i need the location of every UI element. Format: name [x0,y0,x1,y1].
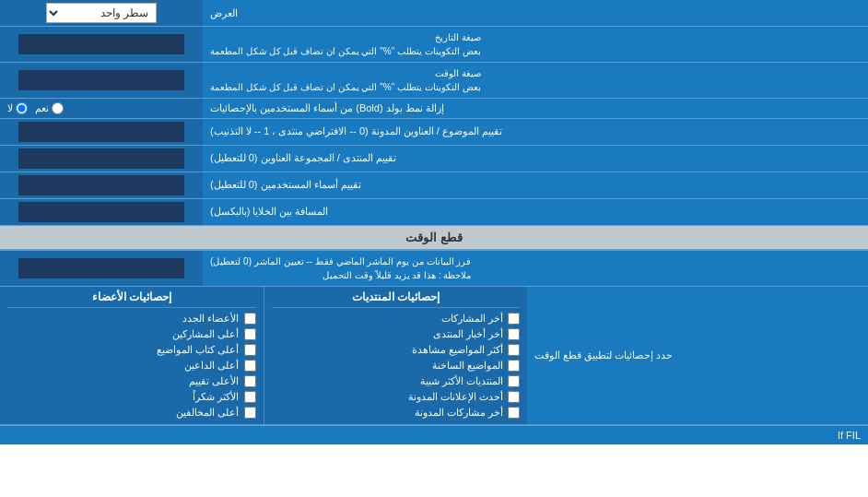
stats-members-item-5: الأكثر شكراً [7,389,256,405]
stats-posts-checkbox-2[interactable] [508,344,520,356]
cutoff-days-input-cell: 0 [0,251,203,286]
date-format-label: صيغة التاريخ بعض التكوينات يتطلب "%" الت… [203,27,868,62]
distance-row: المسافة بين الخلايا (بالبكسل) 2 [0,199,868,226]
stats-members-item-label-0: الأعضاء الجدد [182,313,239,325]
users-sort-label: تقييم أسماء المستخدمين (0 للتعطيل) [203,172,868,198]
topics-sort-input-cell: 33 [0,119,203,145]
cutoff-header: قطع الوقت [0,226,868,250]
forum-sort-input[interactable]: 33 [18,148,184,169]
stats-posts-checkbox-4[interactable] [508,375,520,387]
forum-sort-row: تقييم المنتدى / المجموعة العناوين (0 للت… [0,146,868,172]
main-container: العرض سطر واحد سطرين ثلاثة أسطر صيغة الت… [0,0,868,444]
time-format-label: صيغة الوقت بعض التكوينات يتطلب "%" التي … [203,63,868,98]
users-sort-input[interactable]: 0 [18,175,184,195]
stats-posts-checkbox-5[interactable] [508,391,520,403]
bold-no-label[interactable]: لا [7,102,28,114]
display-select-cell: سطر واحد سطرين ثلاثة أسطر [0,0,203,26]
cutoff-days-input[interactable]: 0 [18,258,184,278]
topics-sort-input[interactable]: 33 [18,122,184,142]
display-row: العرض سطر واحد سطرين ثلاثة أسطر [0,0,868,27]
cutoff-days-label: فرز البيانات من يوم الماشر الماضي فقط --… [203,251,868,286]
time-format-input-cell: H:i [0,63,203,98]
users-sort-row: تقييم أسماء المستخدمين (0 للتعطيل) 0 [0,172,868,199]
topics-sort-label: تقييم الموضوع / العناوين المدونة (0 -- ا… [203,119,868,145]
topics-sort-row: تقييم الموضوع / العناوين المدونة (0 -- ا… [0,119,868,146]
stats-posts-item-3: المواضيع الساخنة [272,358,521,373]
cutoff-header-row: قطع الوقت [0,226,868,251]
bold-yes-radio[interactable] [52,102,64,114]
stats-members-item-label-1: أعلى المشاركين [172,328,239,340]
stats-posts-item-label-3: المواضيع الساخنة [432,360,503,372]
stats-members-item-0: الأعضاء الجدد [7,311,256,326]
stats-posts-item-label-5: أحدث الإعلانات المدونة [408,391,503,403]
stats-posts-item-label-0: أخر المشاركات [441,313,503,325]
distance-input[interactable]: 2 [18,202,184,222]
date-format-input-cell: d-m [0,27,203,62]
display-label: العرض [203,0,868,26]
stats-members-col: إحصائيات الأعضاء الأعضاء الجدد أعلى المش… [0,287,264,424]
stats-members-checkbox-0[interactable] [244,313,256,325]
stats-posts-checkbox-6[interactable] [508,407,520,419]
stats-members-checkbox-1[interactable] [244,328,256,340]
cutoff-days-row: فرز البيانات من يوم الماشر الماضي فقط --… [0,251,868,287]
forum-sort-input-cell: 33 [0,146,203,172]
stats-posts-item-5: أحدث الإعلانات المدونة [272,389,521,405]
bold-yes-label[interactable]: نعم [35,102,64,114]
stats-posts-item-label-1: أخر أخبار المنتدى [433,328,503,340]
date-format-input[interactable]: d-m [18,34,184,54]
stats-posts-item-6: أخر مشاركات المدونة [272,405,521,420]
if-fil-text: If FIL [838,430,861,441]
stats-members-item-label-5: الأكثر شكراً [193,391,239,403]
stats-members-col-title: إحصائيات الأعضاء [7,290,256,308]
time-format-input[interactable]: H:i [18,70,184,90]
stats-posts-col-title: إحصائيات المنتديات [272,290,521,308]
stats-members-item-3: أعلى الداعين [7,358,256,373]
stats-members-checkbox-5[interactable] [244,391,256,403]
bold-remove-row: إزالة نمط بولد (Bold) من أسماء المستخدمي… [0,99,868,119]
bold-remove-label: إزالة نمط بولد (Bold) من أسماء المستخدمي… [203,99,868,118]
stats-members-checkbox-4[interactable] [244,375,256,387]
stats-members-checkbox-3[interactable] [244,360,256,372]
bold-no-radio[interactable] [16,102,28,114]
stats-posts-item-label-2: أكثر المواضيع مشاهدة [412,344,503,356]
if-fil-row: If FIL [0,425,868,444]
stats-members-item-label-3: أعلى الداعين [184,360,239,372]
stats-posts-item-4: المنتديات الأكثر شبية [272,373,521,389]
time-format-row: صيغة الوقت بعض التكوينات يتطلب "%" التي … [0,63,868,99]
stats-posts-item-label-4: المنتديات الأكثر شبية [420,375,503,387]
users-sort-input-cell: 0 [0,172,203,198]
stats-posts-checkbox-3[interactable] [508,360,520,372]
stats-members-item-1: أعلى المشاركين [7,326,256,342]
stats-posts-item-1: أخر أخبار المنتدى [272,326,521,342]
stats-posts-checkbox-1[interactable] [508,328,520,340]
stats-posts-item-label-6: أخر مشاركات المدونة [415,407,503,419]
stats-members-item-2: أعلى كتاب المواضيع [7,342,256,358]
bold-remove-input-cell: نعم لا [0,99,203,118]
stats-members-item-label-6: أعلى المخالفين [176,407,239,419]
stats-members-item-4: الأعلى تقييم [7,373,256,389]
date-format-row: صيغة التاريخ بعض التكوينات يتطلب "%" الت… [0,27,868,63]
stats-members-checkbox-2[interactable] [244,344,256,356]
stats-posts-item-2: أكثر المواضيع مشاهدة [272,342,521,358]
stats-members-item-label-2: أعلى كتاب المواضيع [157,344,239,356]
stats-apply-label: حدد إحصائيات لتطبيق قطع الوقت [527,287,868,424]
stats-area: حدد إحصائيات لتطبيق قطع الوقت إحصائيات ا… [0,287,868,425]
stats-members-item-6: أعلى المخالفين [7,405,256,420]
stats-posts-item-0: أخر المشاركات [272,311,521,326]
distance-label: المسافة بين الخلايا (بالبكسل) [203,199,868,225]
display-select[interactable]: سطر واحد سطرين ثلاثة أسطر [46,3,157,23]
stats-columns-area: إحصائيات المنتديات أخر المشاركات أخر أخب… [0,287,527,424]
distance-input-cell: 2 [0,199,203,225]
stats-posts-col: إحصائيات المنتديات أخر المشاركات أخر أخب… [264,287,528,424]
forum-sort-label: تقييم المنتدى / المجموعة العناوين (0 للت… [203,146,868,172]
stats-members-checkbox-6[interactable] [244,407,256,419]
stats-posts-checkbox-0[interactable] [508,313,520,325]
stats-members-item-label-4: الأعلى تقييم [189,375,239,387]
